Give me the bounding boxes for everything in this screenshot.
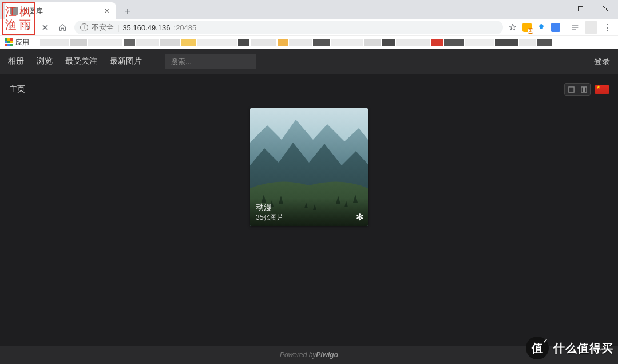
home-button[interactable] xyxy=(55,20,70,35)
tab-close-button[interactable]: × xyxy=(104,6,110,15)
not-secure-label: 不安全 xyxy=(92,22,114,33)
toolbar-right: ⋮ xyxy=(508,21,615,34)
reading-list-icon[interactable] xyxy=(570,22,580,33)
bookmark-star-icon[interactable] xyxy=(508,22,518,33)
album-count: 35张图片 xyxy=(256,213,362,223)
watermark-seal: 江枫 渔雨 xyxy=(2,2,35,35)
svg-rect-11 xyxy=(584,86,587,92)
address-bar: i 不安全 | 35.160.49.136:20485 ⋮ xyxy=(0,19,618,35)
svg-rect-1 xyxy=(578,6,583,11)
view-list-button[interactable] xyxy=(577,84,590,95)
footer-brand[interactable]: Piwigo xyxy=(316,351,338,359)
smzdm-watermark: 值 什么值得买 xyxy=(526,337,613,359)
tab-strip: 的图库 × + xyxy=(0,0,618,19)
smzdm-text: 什么值得买 xyxy=(553,341,613,356)
album-card[interactable]: 动漫 35张图片 ✻ xyxy=(250,108,368,226)
smzdm-badge-icon: 值 xyxy=(526,337,549,359)
language-flag[interactable] xyxy=(595,85,609,94)
nav-albums[interactable]: 相册 xyxy=(8,56,24,66)
album-overlay: 动漫 35张图片 xyxy=(250,198,368,226)
album-title: 动漫 xyxy=(256,203,362,213)
browser-menu-button[interactable]: ⋮ xyxy=(602,22,612,33)
url-host: 35.160.49.136 xyxy=(122,23,170,32)
nav-browse[interactable]: 浏览 xyxy=(37,56,53,66)
profile-avatar[interactable] xyxy=(585,21,597,34)
extension-bulb-icon[interactable] xyxy=(536,22,546,33)
footer: Powered by Piwigo xyxy=(0,346,618,364)
search-input[interactable] xyxy=(165,54,256,69)
app: 相册 浏览 最受关注 最新图片 登录 主页 xyxy=(0,49,618,364)
site-info-icon[interactable]: i xyxy=(80,23,88,31)
svg-rect-10 xyxy=(581,86,583,92)
apps-grid-icon xyxy=(5,38,13,46)
url-port: :20485 xyxy=(174,23,197,32)
toolbar-separator xyxy=(565,22,565,33)
new-tab-button[interactable]: + xyxy=(120,3,136,19)
app-nav: 相册 浏览 最受关注 最新图片 登录 xyxy=(0,49,618,74)
nav-latest[interactable]: 最新图片 xyxy=(110,56,142,66)
url-field[interactable]: i 不安全 | 35.160.49.136:20485 xyxy=(74,21,503,34)
window-minimize-button[interactable] xyxy=(542,0,568,17)
apps-label: 应用 xyxy=(15,38,29,48)
view-toggle xyxy=(564,83,591,96)
album-star-icon: ✻ xyxy=(356,212,363,223)
login-link[interactable]: 登录 xyxy=(594,57,610,66)
nav-right: 登录 xyxy=(594,56,610,67)
content: 动漫 35张图片 ✻ xyxy=(0,100,618,346)
breadcrumb[interactable]: 主页 xyxy=(9,84,25,94)
header-right xyxy=(564,83,609,96)
apps-shortcut[interactable]: 应用 xyxy=(5,38,29,48)
window-controls xyxy=(542,0,618,17)
page-header: 主页 xyxy=(0,74,618,100)
nav-links: 相册 浏览 最受关注 最新图片 xyxy=(8,54,256,69)
nav-popular[interactable]: 最受关注 xyxy=(65,56,97,66)
bookmarks-bar: 应用 xyxy=(0,35,618,49)
view-grid-button[interactable] xyxy=(565,84,577,95)
footer-prefix: Powered by xyxy=(280,351,316,359)
extension-icon[interactable] xyxy=(522,23,532,32)
browser-chrome: 的图库 × + i 不安全 xyxy=(0,0,618,35)
translate-extension-icon[interactable] xyxy=(551,23,560,32)
window-maximize-button[interactable] xyxy=(568,0,593,17)
url-separator: | xyxy=(117,23,119,32)
stop-reload-button[interactable] xyxy=(38,20,53,35)
bookmarks-redacted xyxy=(40,36,618,49)
svg-rect-9 xyxy=(568,86,573,92)
window-close-button[interactable] xyxy=(593,0,618,17)
